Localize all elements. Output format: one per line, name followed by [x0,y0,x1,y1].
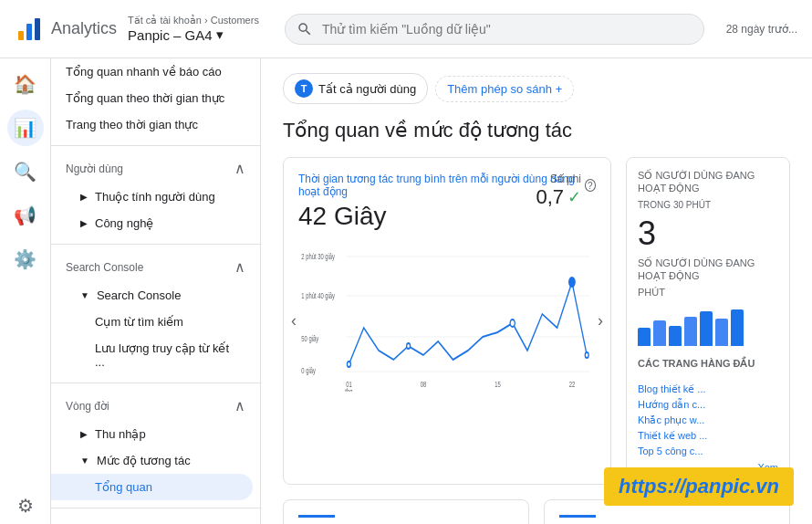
mini-bar-3 [669,326,682,346]
users-section-header[interactable]: Người dùng ∧ [51,153,260,183]
mini-bar-7 [731,309,744,346]
right-card-title1: SỐ NGƯỜI DÙNG ĐANG HOẠT ĐỘNG [638,169,778,195]
property-selector[interactable]: Panpic – GA4 ▾ [128,26,259,43]
settings-icon[interactable]: ⚙ [7,487,44,524]
watermark: https://panpic.vn [604,467,794,506]
explore-icon[interactable]: 🔍 [7,153,44,190]
main-layout: 🏠 📊 🔍 📢 ⚙️ ⚙ Tổng quan nhanh về báo cáo … [0,58,812,524]
search-console-label: Search Console [97,288,182,302]
date-range-display: 28 ngày trướ... [726,23,797,36]
user-attributes-arrow-icon: ▶ [80,192,88,202]
data-point-peak [569,278,576,287]
sidebar-item-library[interactable]: 📁 Thư viện [51,516,253,524]
bottom-metric-1: Số lần xem ? 19 N [283,499,529,524]
search-input[interactable] [285,14,704,45]
pages-list: Blog thiết kế ... Hướng dẫn c... Khắc ph… [638,382,778,458]
divider-4 [51,508,260,508]
sidebar-item-realtime-page[interactable]: Trang theo thời gian thực [51,111,253,138]
add-comparison-button[interactable]: Thêm phép so sánh + [435,76,574,102]
technology-arrow-icon: ▶ [80,218,88,228]
line-chart: 2 phút 30 giây 1 phút 40 giây 50 giây 0 … [298,246,596,392]
x-label-1b: thg [345,387,352,392]
search-console-section-expand-icon: ∧ [234,258,245,276]
configure-icon[interactable]: ⚙️ [7,241,44,278]
page-item-5[interactable]: Top 5 công c... [638,444,778,458]
home-icon[interactable]: 🏠 [7,66,44,102]
check-icon: ✓ [567,187,581,207]
metric2-container: Số phi 0,7 ✓ [536,173,581,209]
lifecycle-section-header[interactable]: Vòng đời ∧ [51,391,260,421]
sidebar-item-traffic[interactable]: Lưu lượng truy cập từ kết ... [51,335,253,375]
mini-bar-chart [638,309,778,346]
sidebar-item-revenue[interactable]: ▶ Thu nhập [51,421,253,447]
topbar-account: Tất cả tài khoản › Customers Panpic – GA… [128,15,259,43]
add-comparison-label: Thêm phép so sánh + [447,82,562,96]
divider-3 [51,383,260,383]
y-label-3: 50 giây [301,334,318,344]
engagement-label: Mức độ tương tác [97,454,191,467]
x-label-4: 22 [569,380,576,390]
search-container [285,14,704,45]
sidebar-item-quick-overview[interactable]: Tổng quan nhanh về báo cáo [51,58,253,85]
y-label-2: 1 phút 40 giây [301,291,335,301]
page-item-2[interactable]: Hướng dẫn c... [638,397,778,413]
page-item-1[interactable]: Blog thiết kế ... [638,382,778,397]
app-container: Analytics Tất cả tài khoản › Customers P… [0,0,812,524]
data-point-2 [407,343,411,349]
advertising-icon[interactable]: 📢 [7,197,44,234]
technology-label: Công nghệ [95,216,153,230]
chart-nav-right-icon[interactable]: › [598,311,603,330]
reports-icon[interactable]: 📊 [7,110,44,146]
users-section-label: Người dùng [66,162,123,175]
sidebar-item-engagement[interactable]: ▼ Mức độ tương tác [51,447,253,474]
property-dropdown-icon: ▾ [216,26,224,43]
sidebar-item-search-terms[interactable]: Cụm từ tìm kiếm [51,309,253,335]
filter-chip-label: Tất cả người dùng [318,82,416,96]
filter-chip-icon: T [295,79,313,98]
sidebar-item-quick-overview-label: Tổng quan nhanh về báo cáo [66,65,222,79]
svg-rect-0 [18,31,24,40]
revenue-label: Thu nhập [95,427,146,441]
left-panel: 🏠 📊 🔍 📢 ⚙️ ⚙ Tổng quan nhanh về báo cáo … [0,58,261,524]
pages-section-label: CÁC TRANG HÀNG ĐẦU [638,357,778,370]
filter-bar: T Tất cả người dùng Thêm phép so sánh + [283,73,790,104]
analytics-logo-icon [15,15,44,44]
sidebar-item-search-console[interactable]: ▼ Search Console [51,282,253,309]
divider-2 [51,244,260,245]
data-point-3 [510,320,515,327]
sidebar-item-realtime-page-label: Trang theo thời gian thực [66,118,198,131]
sidebar-item-user-attributes[interactable]: ▶ Thuộc tính người dùng [51,183,253,210]
sidebar: Tổng quan nhanh về báo cáo Tổng quan the… [51,58,261,524]
right-card: SỐ NGƯỜI DÙNG ĐANG HOẠT ĐỘNG TRONG 30 PH… [626,157,790,485]
main-chart-card: ‹ › Thời gian tương tác trung bình trên … [283,157,611,485]
main-content: T Tất cả người dùng Thêm phép so sánh + … [261,58,812,524]
topbar: Analytics Tất cả tài khoản › Customers P… [0,0,812,58]
search-console-section-header[interactable]: Search Console ∧ [51,252,260,282]
page-title: Tổng quan về mức độ tương tác [283,119,790,142]
data-point-last [585,352,588,358]
metric2-underline [559,515,596,518]
sidebar-item-realtime-overview[interactable]: Tổng quan theo thời gian thực [51,85,253,111]
sidebar-item-overview[interactable]: Tổng quan [51,474,253,500]
icon-strip: 🏠 📊 🔍 📢 ⚙️ ⚙ [0,58,51,524]
logo: Analytics [15,15,117,44]
mini-bar-4 [684,317,697,346]
search-console-expand-icon: ▼ [80,290,89,300]
lifecycle-section-expand-icon: ∧ [234,397,245,414]
sidebar-item-realtime-overview-label: Tổng quan theo thời gian thực [66,91,224,105]
metric1-info-icon[interactable]: ? [585,179,596,192]
all-users-chip[interactable]: T Tất cả người dùng [283,73,428,104]
right-card-subtitle2b: PHÚT [638,286,778,299]
y-label-4: 0 giây [301,366,316,376]
svg-rect-1 [26,24,32,40]
svg-rect-2 [35,18,40,40]
sidebar-item-technology[interactable]: ▶ Công nghệ [51,210,253,236]
divider-1 [51,145,260,146]
chart-nav-left-icon[interactable]: ‹ [291,311,297,330]
page-item-4[interactable]: Thiết kế web ... [638,428,778,444]
search-terms-label: Cụm từ tìm kiếm [95,315,183,329]
y-label-1: 2 phút 30 giây [301,252,335,262]
page-item-3[interactable]: Khắc phục w... [638,413,778,428]
right-card-subtitle2: SỐ NGƯỜI DÙNG ĐANG HOẠT ĐỘNG [638,257,778,283]
logo-text: Analytics [51,19,117,38]
